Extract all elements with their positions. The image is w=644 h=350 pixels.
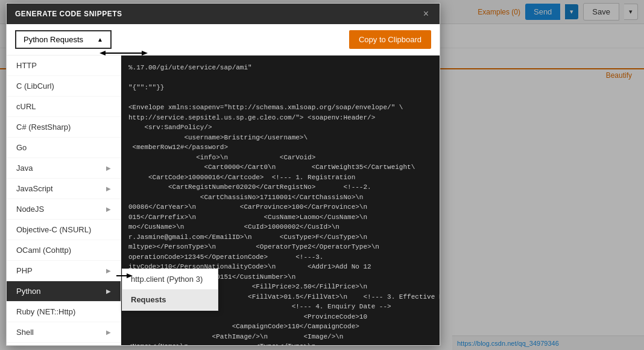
lang-item-label: HTTP — [16, 61, 37, 70]
lang-item-arrow-icon: ▶ — [106, 329, 111, 336]
python-submenu: http.client (Python 3)Requests — [122, 269, 218, 311]
lang-item-curl[interactable]: cURL — [7, 97, 121, 117]
lang-item-python[interactable]: Python▶ — [7, 281, 121, 302]
lang-item-arrow-icon: ▶ — [106, 165, 111, 171]
lang-item-http[interactable]: HTTP — [7, 56, 121, 76]
lang-item-ruby[interactable]: Ruby (NET::Http) — [7, 302, 121, 322]
lang-item-nodejs[interactable]: NodeJS▶ — [7, 199, 121, 220]
lang-item-c-libcurl[interactable]: C (LibCurl) — [7, 76, 121, 97]
lang-item-swift[interactable]: Swift (NSURL) — [7, 343, 121, 345]
lang-item-shell[interactable]: Shell▶ — [7, 322, 121, 343]
lang-item-label: OCaml (Cohttp) — [16, 246, 71, 255]
lang-item-label: Shell — [16, 328, 34, 337]
lang-item-label: Ruby (NET::Http) — [16, 307, 75, 316]
modal-body: HTTPC (LibCurl)cURLC# (RestSharp)GoJava▶… — [7, 56, 440, 345]
lang-item-label: Go — [16, 143, 27, 152]
language-list: HTTPC (LibCurl)cURLC# (RestSharp)GoJava▶… — [7, 56, 121, 345]
lang-item-java[interactable]: Java▶ — [7, 158, 121, 179]
lang-item-label: PHP — [16, 266, 33, 275]
modal-close-button[interactable]: × — [421, 8, 431, 19]
lang-item-php[interactable]: PHP▶ — [7, 261, 121, 281]
lang-item-label: C# (RestSharp) — [16, 122, 71, 132]
modal-title: GENERATE CODE SNIPPETS — [15, 10, 122, 18]
lang-item-csharp-restsharp[interactable]: C# (RestSharp) — [7, 117, 121, 138]
lang-item-label: NodeJS — [16, 205, 44, 214]
dropdown-arrow-icon: ▲ — [97, 36, 103, 43]
lang-item-objc[interactable]: Objective-C (NSURL) — [7, 220, 121, 240]
lang-item-label: Java — [16, 164, 33, 173]
copy-to-clipboard-button[interactable]: Copy to Clipboard — [349, 30, 431, 49]
lang-item-label: C (LibCurl) — [16, 81, 54, 91]
lang-item-ocaml[interactable]: OCaml (Cohttp) — [7, 240, 121, 261]
lang-item-arrow-icon: ▶ — [106, 185, 111, 192]
lang-item-go[interactable]: Go — [7, 138, 121, 158]
submenu-item-http-client[interactable]: http.client (Python 3) — [122, 269, 218, 290]
language-dropdown[interactable]: Python Requests ▲ — [15, 30, 112, 49]
lang-item-label: JavaScript — [16, 184, 53, 193]
lang-item-arrow-icon: ▶ — [106, 267, 111, 274]
lang-item-arrow-icon: ▶ — [106, 206, 111, 212]
lang-item-label: cURL — [16, 102, 36, 111]
lang-item-label: Objective-C (NSURL) — [16, 225, 91, 234]
selected-language-label: Python Requests — [24, 35, 83, 44]
lang-item-javascript[interactable]: JavaScript▶ — [7, 179, 121, 199]
lang-item-label: Python — [16, 287, 40, 296]
modal-toolbar: Python Requests ▲ Copy to Clipboard — [7, 24, 440, 56]
modal-header: GENERATE CODE SNIPPETS × — [7, 4, 440, 24]
lang-item-arrow-icon: ▶ — [106, 288, 111, 294]
submenu-item-requests[interactable]: Requests — [122, 290, 218, 310]
generate-snippets-modal: GENERATE CODE SNIPPETS × Python Requests… — [6, 3, 440, 346]
